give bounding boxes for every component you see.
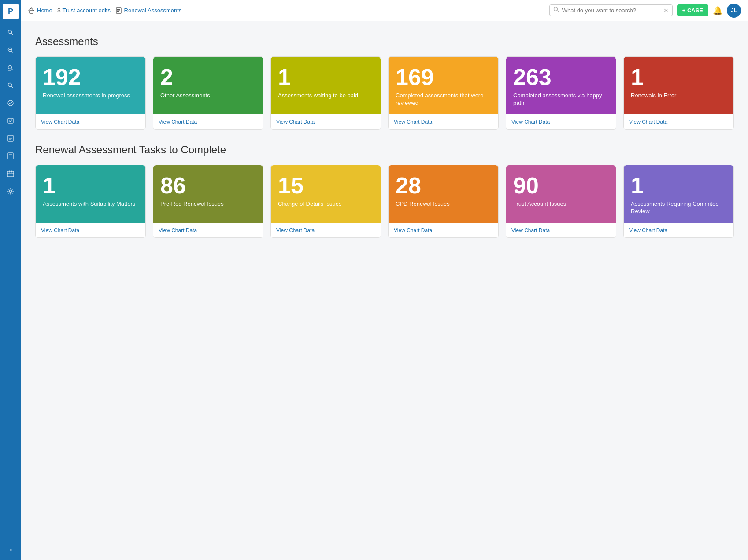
sidebar-check-circle[interactable] [3,95,19,111]
card-1-5: 1 Assessments Requiring Commitee Review … [623,165,734,238]
card-1-1: 86 Pre-Req Renewal Issues View Chart Dat… [153,165,263,238]
svg-point-23 [10,190,12,193]
card-footer: View Chart Data [389,114,498,129]
card-label: Other Assessments [160,92,256,100]
card-colored-area: 28 CPD Renewal Issues [389,165,498,223]
card-colored-area: 1 Assessments waiting to be paid [271,57,381,114]
card-0-2: 1 Assessments waiting to be paid View Ch… [270,56,381,130]
card-footer: View Chart Data [506,223,616,237]
main-wrapper: Home · $ Trust account edits · Renewal A… [21,0,748,560]
card-colored-area: 15 Change of Details Issues [271,165,381,223]
card-colored-area: 86 Pre-Req Renewal Issues [153,165,263,223]
notification-bell-icon[interactable]: 🔔 [713,6,722,15]
card-label: Assessments waiting to be paid [278,92,374,100]
card-0-5: 1 Renewals in Error View Chart Data [623,56,734,130]
view-chart-link[interactable]: View Chart Data [276,119,315,125]
card-footer: View Chart Data [271,114,381,129]
svg-line-30 [557,11,559,12]
svg-line-1 [11,33,13,35]
sidebar-search-1[interactable] [3,25,19,41]
card-colored-area: 192 Renewal assessments in progress [36,57,145,114]
card-1-3: 28 CPD Renewal Issues View Chart Data [388,165,499,238]
sidebar-calendar[interactable] [3,166,19,182]
card-footer: View Chart Data [389,223,498,237]
sidebar-expand-button[interactable]: » [3,543,19,556]
card-number: 192 [43,66,138,89]
search-box: ✕ [549,4,673,16]
nav-right: ✕ + CASE 🔔 JL [549,4,741,18]
card-label: Completed assessments via happy path [513,92,609,107]
card-1-4: 90 Trust Account Issues View Chart Data [506,165,616,238]
card-number: 1 [631,66,726,89]
card-colored-area: 263 Completed assessments via happy path [506,57,616,114]
home-icon [28,7,34,14]
card-label: Change of Details Issues [278,200,374,208]
svg-rect-19 [7,171,14,177]
topnav: Home · $ Trust account edits · Renewal A… [21,0,748,21]
card-footer: View Chart Data [624,223,733,237]
card-number: 2 [160,66,256,89]
app-logo[interactable]: P [3,4,19,19]
sidebar-document-1[interactable] [3,130,19,146]
card-number: 15 [278,174,374,197]
view-chart-link[interactable]: View Chart Data [394,227,432,234]
svg-line-9 [11,86,13,88]
sidebar-search-4[interactable] [3,78,19,93]
card-0-0: 192 Renewal assessments in progress View… [35,56,146,130]
card-footer: View Chart Data [153,114,263,129]
card-1-0: 1 Assessments with Suitability Matters V… [35,165,146,238]
card-label: Completed assessments that were reviewed [396,92,491,107]
sidebar-document-2[interactable] [3,148,19,164]
card-colored-area: 1 Assessments with Suitability Matters [36,165,145,223]
tasks-cards-grid: 1 Assessments with Suitability Matters V… [35,165,734,238]
view-chart-link[interactable]: View Chart Data [276,227,315,234]
view-chart-link[interactable]: View Chart Data [159,227,197,234]
card-1-2: 15 Change of Details Issues View Chart D… [270,165,381,238]
svg-line-3 [11,51,13,53]
card-colored-area: 169 Completed assessments that were revi… [389,57,498,114]
sidebar-check-square[interactable] [3,113,19,129]
card-number: 1 [278,66,374,89]
card-footer: View Chart Data [624,114,733,129]
search-clear-button[interactable]: ✕ [663,7,669,14]
view-chart-link[interactable]: View Chart Data [41,227,79,234]
card-footer: View Chart Data [271,223,381,237]
card-colored-area: 1 Renewals in Error [624,57,733,114]
card-label: Trust Account Issues [513,200,609,208]
view-chart-link[interactable]: View Chart Data [511,119,550,125]
card-footer: View Chart Data [153,223,263,237]
avatar[interactable]: JL [727,4,741,18]
svg-rect-24 [30,11,33,13]
search-input[interactable] [562,7,661,14]
sidebar-search-3[interactable] [3,60,19,76]
card-footer: View Chart Data [506,114,616,129]
breadcrumb-home[interactable]: Home [37,7,52,14]
search-icon [553,7,559,14]
breadcrumb-trust[interactable]: Trust account edits [63,7,111,14]
card-label: Pre-Req Renewal Issues [160,200,256,208]
card-colored-area: 2 Other Assessments [153,57,263,114]
card-0-4: 263 Completed assessments via happy path… [506,56,616,130]
card-number: 169 [396,66,491,89]
view-chart-link[interactable]: View Chart Data [511,227,550,234]
view-chart-link[interactable]: View Chart Data [41,119,79,125]
svg-line-6 [11,69,13,70]
card-label: CPD Renewal Issues [396,200,491,208]
view-chart-link[interactable]: View Chart Data [159,119,197,125]
view-chart-link[interactable]: View Chart Data [629,119,667,125]
card-number: 1 [43,174,138,197]
view-chart-link[interactable]: View Chart Data [394,119,432,125]
card-label: Assessments with Suitability Matters [43,200,138,208]
assessments-cards-grid: 192 Renewal assessments in progress View… [35,56,734,130]
view-chart-link[interactable]: View Chart Data [629,227,667,234]
card-0-3: 169 Completed assessments that were revi… [388,56,499,130]
breadcrumb: Home · $ Trust account edits · Renewal A… [28,7,181,14]
sidebar-search-2[interactable] [3,42,19,58]
breadcrumb-renewal[interactable]: Renewal Assessments [124,7,182,14]
assessments-section-title: Assessments [35,35,734,48]
case-button[interactable]: + CASE [677,4,708,16]
card-number: 28 [396,174,491,197]
card-number: 86 [160,174,256,197]
sidebar-settings[interactable] [3,183,19,199]
doc-breadcrumb-icon [116,7,122,14]
